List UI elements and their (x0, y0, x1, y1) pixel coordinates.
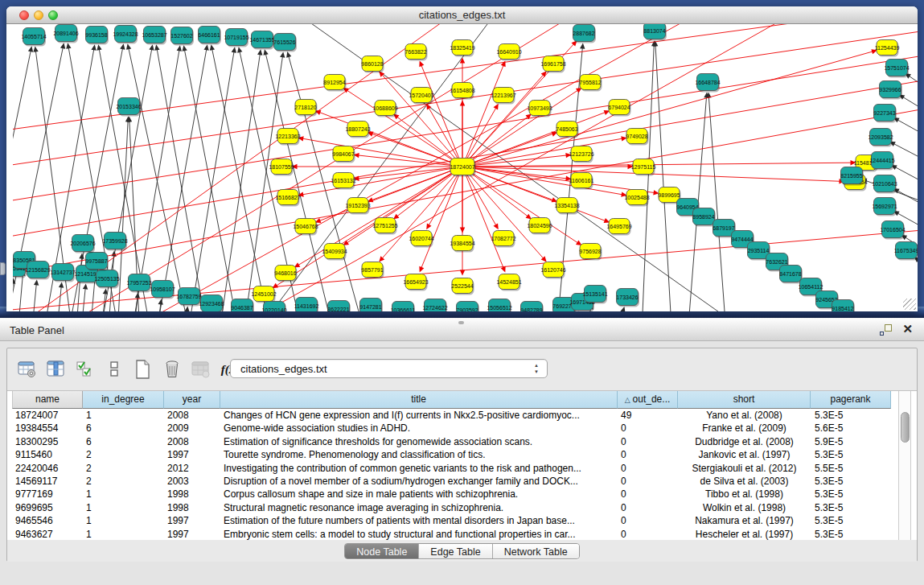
table-row[interactable]: 969969511998Structural magnetic resonanc… (12, 501, 891, 514)
table-row[interactable]: 946554611997Estimation of the future num… (12, 514, 891, 527)
graph-node[interactable]: 8813074 (643, 24, 667, 41)
table-options-icon[interactable] (15, 357, 39, 381)
close-panel-icon[interactable]: ✕ (902, 322, 913, 336)
table-source-select[interactable]: citations_edges.txt ▲▼ (230, 359, 548, 378)
graph-node[interactable]: 12213363 (275, 129, 300, 146)
graph-node[interactable]: 7955812 (579, 75, 602, 92)
graph-node[interactable]: 14524851 (496, 274, 521, 291)
graph-node[interactable]: 12093582 (868, 129, 893, 147)
graph-node[interactable]: 15692971 (872, 198, 897, 216)
graph-node[interactable]: 10719155 (224, 29, 248, 47)
show-hide-columns-icon[interactable] (44, 357, 68, 381)
graph-node[interactable]: 18024590 (527, 218, 552, 235)
graph-node[interactable]: 7903592 (456, 302, 479, 312)
graph-node[interactable]: 11254439 (875, 40, 900, 57)
graph-node[interactable]: 16120746 (540, 262, 565, 279)
graph-node[interactable]: 11675349 (894, 242, 918, 261)
graph-node[interactable]: 1527602 (170, 27, 194, 46)
graph-node[interactable]: 16020744 (409, 231, 433, 248)
graph-node[interactable]: 7663822 (405, 44, 427, 61)
graph-node[interactable]: 17957253 (126, 274, 151, 293)
graph-node[interactable]: 15720407 (409, 88, 433, 105)
graph-node[interactable]: 9936158 (85, 27, 109, 45)
graph-node[interactable]: 7615526 (273, 34, 297, 52)
graph-node[interactable]: 9984067 (332, 146, 355, 163)
graph-node[interactable]: 18107559 (269, 159, 294, 176)
window-resize-grip[interactable] (903, 299, 916, 310)
table-panel-titlebar[interactable]: Table Panel ✕ (0, 318, 924, 341)
graph-node[interactable]: 19384554 (450, 236, 474, 253)
graph-node[interactable]: 9756928 (579, 244, 602, 261)
graph-node[interactable]: 9329966 (879, 81, 902, 100)
graph-node[interactable]: 18325419 (450, 40, 474, 57)
delete-rows-icon[interactable] (160, 357, 184, 381)
graph-node[interactable]: 6794024 (608, 100, 630, 117)
graph-node[interactable]: 8958924 (692, 208, 716, 227)
graph-node[interactable]: 8215955 (840, 167, 864, 186)
graph-node[interactable]: 10220140 (261, 302, 286, 312)
graph-node[interactable]: 8622221 (327, 301, 351, 312)
column-header-year[interactable]: year (164, 391, 220, 409)
graph-node[interactable]: 6466161 (198, 27, 221, 45)
graph-node[interactable]: 15751074 (884, 60, 909, 78)
graph-node[interactable]: 8912954 (323, 75, 346, 92)
graph-hub-node[interactable]: 18724007 (450, 159, 475, 177)
select-all-icon[interactable] (73, 357, 97, 381)
column-header-title[interactable]: title (220, 391, 618, 409)
graph-node[interactable]: 2522544 (451, 278, 474, 295)
graph-node[interactable]: 10653287 (142, 27, 166, 45)
graph-node[interactable]: 16640910 (496, 44, 521, 61)
graph-node[interactable]: 9147281 (359, 299, 383, 312)
graph-node[interactable]: 15166827 (275, 190, 300, 207)
column-header-pagerank[interactable]: pagerank (811, 391, 891, 409)
graph-node[interactable]: 12923468 (199, 295, 224, 312)
graph-node[interactable]: 12213967 (491, 88, 515, 105)
table-row[interactable]: 1830029562008Estimation of significance … (12, 435, 891, 448)
graph-node[interactable]: 17359928 (102, 233, 127, 251)
column-header-name[interactable]: name (12, 391, 83, 409)
network-window-titlebar[interactable]: citations_edges.txt (6, 6, 918, 24)
column-header-in_degree[interactable]: in_degree (83, 391, 164, 409)
graph-node[interactable]: 12724622 (422, 299, 447, 312)
graph-node[interactable]: 8471678 (779, 266, 803, 284)
graph-node[interactable]: 9227343 (873, 105, 897, 123)
graph-node[interactable]: 13142737 (50, 264, 75, 282)
table-row[interactable]: 1456911722003Disruption of a novel membe… (12, 475, 891, 488)
graph-node[interactable]: 13354138 (554, 198, 579, 215)
graph-node[interactable]: 14055714 (21, 28, 46, 47)
graph-node[interactable]: 9749028 (626, 129, 648, 146)
sidebar-collapse-handle[interactable] (0, 262, 6, 275)
graph-node[interactable]: 14671355 (249, 31, 274, 50)
graph-node[interactable]: 12451002 (251, 286, 276, 303)
graph-node[interactable]: 9975887 (85, 253, 109, 271)
graph-node[interactable]: 20206576 (70, 235, 95, 253)
graph-node[interactable]: 16654923 (403, 274, 428, 291)
graph-node[interactable]: 10366611 (391, 302, 416, 312)
graph-node[interactable]: 19152393 (345, 198, 370, 215)
graph-node[interactable]: 20153346 (116, 98, 141, 117)
float-panel-icon[interactable] (880, 324, 892, 336)
graph-node[interactable]: 2887682 (573, 25, 596, 43)
graph-node[interactable]: 16154808 (450, 83, 474, 100)
graph-node[interactable]: 9468016 (274, 266, 297, 282)
row-selection-icon[interactable] (102, 357, 126, 381)
graph-node[interactable]: 12751255 (372, 218, 397, 235)
graph-node[interactable]: 16153132 (331, 173, 355, 190)
tab-node-table[interactable]: Node Table (345, 544, 419, 558)
graph-node[interactable]: 20891406 (53, 25, 78, 43)
graph-node[interactable]: 10210643 (872, 175, 897, 194)
graph-node[interactable]: 12123726 (569, 146, 593, 163)
column-header-out_de[interactable]: △out_de... (618, 391, 678, 409)
graph-node[interactable]: 1733426 (616, 289, 639, 307)
graph-node[interactable]: 12975115 (631, 159, 656, 176)
graph-node[interactable]: 16782759 (176, 288, 201, 307)
graph-node[interactable]: 15135141 (582, 286, 607, 304)
table-scrollbar-thumb[interactable] (901, 412, 910, 443)
graph-node[interactable]: 19924328 (113, 26, 138, 44)
graph-node[interactable]: 16961758 (540, 56, 565, 73)
graph-node[interactable]: 9185412 (832, 300, 855, 312)
table-row[interactable]: 911546021997Tourette syndrome. Phenomeno… (12, 448, 891, 461)
graph-node[interactable]: 16648784 (695, 74, 720, 93)
graph-node[interactable]: 11431692 (294, 298, 319, 312)
graph-node[interactable]: 15046768 (293, 219, 318, 236)
